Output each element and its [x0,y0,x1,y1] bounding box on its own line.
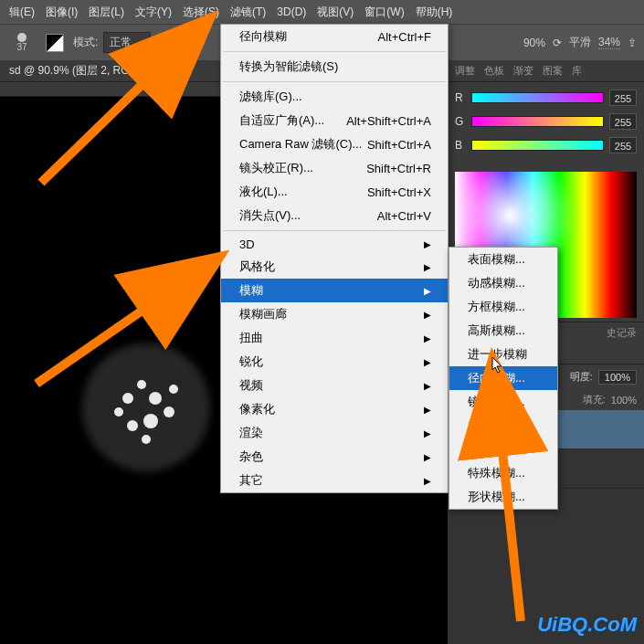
submenu-item[interactable]: 表面模糊... [449,248,557,271]
menu-item[interactable]: 锐化▶ [221,350,448,374]
menu-item[interactable]: Camera Raw 滤镜(C)...Shift+Ctrl+A [221,132,448,156]
submenu-item[interactable]: 平均 [449,438,557,461]
smooth-value[interactable]: 34% [598,36,620,49]
svg-point-0 [82,343,210,471]
fill-value[interactable]: 100% [611,395,637,406]
slider-R: R255 [455,90,637,106]
menu-item[interactable]: 风格化▶ [221,255,448,279]
slider-track[interactable] [471,116,604,127]
menu-item[interactable]: 径向模糊Alt+Ctrl+F [221,25,448,48]
menu-1[interactable]: 图像(I) [40,5,83,20]
svg-point-3 [149,392,162,405]
menu-item[interactable]: 模糊▶ [221,279,448,302]
slider-value[interactable]: 255 [609,90,637,106]
submenu-arrow-icon: ▶ [424,310,431,320]
menu-item[interactable]: 模糊画廊▶ [221,302,448,326]
menu-2[interactable]: 图层(L) [83,5,130,20]
slider-label: B [455,139,466,152]
shortcut: Shift+Ctrl+X [367,185,431,199]
svg-point-2 [137,380,146,389]
share-icon[interactable]: ⇪ [628,37,637,49]
submenu-item[interactable]: 进一步模糊 [449,343,557,366]
panel-tabs: 调整色板渐变图案库 [448,60,644,82]
menu-item[interactable]: 其它▶ [221,469,448,492]
svg-point-6 [127,420,138,431]
submenu-item[interactable]: 动感模糊... [449,271,557,295]
svg-point-9 [142,435,151,444]
submenu-item[interactable]: 模糊 [449,414,557,438]
submenu-arrow-icon: ▶ [424,262,431,272]
watermark: UiBQ.CоM [537,613,637,637]
submenu-arrow-icon: ▶ [424,381,431,391]
slider-value[interactable]: 255 [609,113,637,130]
submenu-item[interactable]: 形状模糊... [449,485,557,509]
shortcut: Alt+Ctrl+F [377,30,431,44]
submenu-arrow-icon: ▶ [424,286,431,296]
rotate-icon[interactable]: ⟳ [553,37,562,49]
slider-track[interactable] [471,140,604,151]
panel-tab-4[interactable]: 库 [572,64,582,78]
svg-point-4 [164,406,174,417]
menu-separator [223,230,446,231]
submenu-arrow-icon: ▶ [424,452,431,462]
color-panel: R255G255B255 [448,82,644,168]
brush-size: 37 [16,42,26,52]
opacity-label: 明度: [570,370,593,384]
swatch-icon[interactable] [46,34,64,52]
menu-4[interactable]: 选择(S) [177,5,225,20]
panel-tab-1[interactable]: 色板 [484,64,504,78]
slider-label: G [455,115,466,128]
menu-item[interactable]: 转换为智能滤镜(S) [221,55,448,79]
submenu-item[interactable]: 特殊模糊... [449,461,557,485]
menu-item[interactable]: 像素化▶ [221,397,448,421]
submenu-arrow-icon: ▶ [424,405,431,415]
shortcut: Alt+Ctrl+V [377,209,431,223]
slider-G: G255 [455,113,637,130]
slider-label: R [455,91,466,104]
menu-bar: 辑(E)图像(I)图层(L)文字(Y)选择(S)滤镜(T)3D(D)视图(V)窗… [0,0,644,24]
svg-point-7 [169,385,178,394]
menu-item[interactable]: 杂色▶ [221,445,448,469]
opacity-value[interactable]: 100% [598,370,637,385]
menu-item[interactable]: 视频▶ [221,374,448,397]
mode-dropdown[interactable]: 正常 [103,32,151,53]
menu-item[interactable]: 渲染▶ [221,421,448,445]
submenu-arrow-icon: ▶ [424,333,431,343]
menu-6[interactable]: 3D(D) [271,5,311,18]
menu-5[interactable]: 滤镜(T) [225,5,271,20]
brush-preset[interactable]: 37 [7,28,37,58]
slider-value[interactable]: 255 [609,137,637,153]
menu-9[interactable]: 帮助(H) [410,5,459,20]
submenu-item[interactable]: 径向模糊... [449,366,557,390]
blend-mode: 模式: 正常 [73,32,151,53]
slider-track[interactable] [471,92,604,103]
menu-item[interactable]: 消失点(V)...Alt+Ctrl+V [221,204,448,227]
smooth-label: 平滑 [569,35,591,50]
menu-item[interactable]: 扭曲▶ [221,326,448,350]
svg-point-5 [143,414,158,428]
history-label[interactable]: 史记录 [607,326,637,340]
panel-tab-0[interactable]: 调整 [455,64,475,78]
menu-item[interactable]: 3D▶ [221,234,448,255]
shortcut: Shift+Ctrl+A [367,138,431,152]
fill-label: 填充: [583,393,606,406]
blur-submenu: 表面模糊...动感模糊...方框模糊...高斯模糊...进一步模糊径向模糊...… [449,247,558,510]
panel-tab-3[interactable]: 图案 [543,64,563,78]
menu-3[interactable]: 文字(Y) [130,5,177,20]
panel-tab-2[interactable]: 渐变 [513,64,533,78]
submenu-item[interactable]: 方框模糊... [449,295,557,319]
menu-item[interactable]: 镜头校正(R)...Shift+Ctrl+R [221,156,448,180]
brush-dot-icon [17,33,26,42]
menu-separator [223,81,446,82]
menu-item[interactable]: 自适应广角(A)...Alt+Shift+Ctrl+A [221,109,448,132]
submenu-item[interactable]: 镜头模糊... [449,390,557,414]
menu-8[interactable]: 窗口(W) [359,5,409,20]
menu-item[interactable]: 滤镜库(G)... [221,85,448,109]
submenu-item[interactable]: 高斯模糊... [449,319,557,343]
submenu-arrow-icon: ▶ [424,239,431,249]
menu-7[interactable]: 视图(V) [311,5,359,20]
slider-B: B255 [455,137,637,153]
menu-0[interactable]: 辑(E) [4,5,40,20]
zoom-value[interactable]: 90% [523,37,545,49]
menu-item[interactable]: 液化(L)...Shift+Ctrl+X [221,180,448,204]
